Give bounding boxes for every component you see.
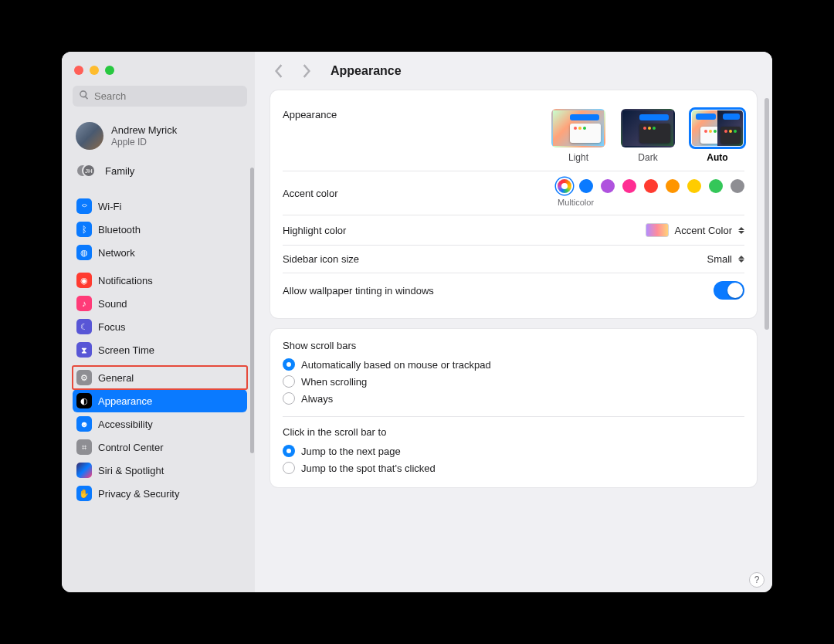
- sidebar: Andrew Myrick Apple ID JH Family ⌔ Wi-Fi…: [62, 52, 255, 592]
- accessibility-icon: ☻: [76, 416, 92, 432]
- sidebar-scrollbar[interactable]: [250, 168, 254, 453]
- window-controls: [73, 63, 247, 86]
- accent-swatch-multicolor[interactable]: [558, 179, 571, 193]
- sidebar-item-label: Accessibility: [98, 419, 153, 430]
- help-button[interactable]: ?: [749, 572, 764, 588]
- wallpaper-tint-toggle[interactable]: [714, 281, 744, 300]
- sidebar-size-dropdown[interactable]: Small: [707, 253, 744, 265]
- user-subtitle: Apple ID: [111, 137, 177, 147]
- scrollclick-option-jump-to-spot[interactable]: Jump to the spot that's clicked: [283, 459, 744, 476]
- appearance-option-auto[interactable]: Auto: [690, 109, 744, 163]
- accent-swatch-graphite[interactable]: [731, 179, 744, 193]
- sidebar-item-network[interactable]: ◍ Network: [73, 241, 247, 264]
- option-label: Jump to the spot that's clicked: [301, 463, 436, 474]
- wifi-icon: ⌔: [76, 198, 92, 214]
- bluetooth-icon: ᛒ: [76, 222, 92, 237]
- sidebar-item-appearance[interactable]: ◐ Appearance: [73, 389, 247, 412]
- sidebar-item-general[interactable]: ⚙ General: [73, 366, 247, 389]
- sound-icon: ♪: [76, 296, 92, 311]
- sidebar-item-control-center[interactable]: ⌗ Control Center: [73, 436, 247, 459]
- sidebar-item-label: Screen Time: [98, 344, 154, 356]
- accent-swatch-purple[interactable]: [601, 179, 615, 193]
- zoom-icon[interactable]: [105, 66, 114, 75]
- row-label: Allow wallpaper tinting in windows: [283, 285, 434, 297]
- row-label: Appearance: [283, 109, 337, 120]
- accent-swatch-pink[interactable]: [622, 179, 636, 193]
- apple-id-account[interactable]: Andrew Myrick Apple ID: [73, 117, 247, 154]
- sidebar-item-screentime[interactable]: ⧗ Screen Time: [73, 338, 247, 361]
- sidebar-item-label: Focus: [98, 321, 125, 333]
- search-field[interactable]: [73, 86, 247, 107]
- chevron-left-icon: [274, 64, 283, 78]
- sidebar-item-label: Notifications: [98, 275, 153, 286]
- option-caption: Light: [568, 152, 588, 163]
- scrollbar-option-always[interactable]: Always: [283, 390, 744, 407]
- scrollbar-option-auto[interactable]: Automatically based on mouse or trackpad: [283, 356, 744, 373]
- sidebar-item-label: Family: [105, 165, 134, 177]
- sidebar-item-accessibility[interactable]: ☻ Accessibility: [73, 412, 247, 436]
- chevron-right-icon: [302, 64, 311, 78]
- accent-swatch-red[interactable]: [644, 179, 658, 193]
- appearance-icon: ◐: [76, 393, 92, 408]
- accent-swatch-blue[interactable]: [579, 179, 593, 193]
- scrollbar-option-when-scrolling[interactable]: When scrolling: [283, 373, 744, 390]
- row-label: Sidebar icon size: [283, 253, 359, 265]
- gear-icon: ⚙: [76, 370, 92, 385]
- row-label: Accent color: [283, 188, 338, 199]
- sidebar-item-label: General: [98, 372, 134, 384]
- option-label: Automatically based on mouse or trackpad: [301, 359, 491, 371]
- hand-icon: ✋: [76, 486, 92, 501]
- updown-caret-icon: [738, 256, 744, 263]
- accent-swatch-yellow[interactable]: [687, 179, 701, 193]
- sidebar-item-sound[interactable]: ♪ Sound: [73, 292, 247, 315]
- appearance-option-dark[interactable]: Dark: [621, 109, 675, 163]
- sidebar-item-family[interactable]: JH Family: [73, 158, 247, 190]
- scrollbar-mode-group: Automatically based on mouse or trackpad…: [283, 356, 744, 407]
- sidebar-item-notifications[interactable]: ◉ Notifications: [73, 269, 247, 292]
- network-icon: ◍: [76, 245, 92, 260]
- radio-icon: [283, 462, 295, 474]
- content-header: Appearance: [270, 63, 757, 90]
- question-icon: ?: [754, 575, 760, 585]
- minimize-icon[interactable]: [90, 66, 99, 75]
- search-input[interactable]: [94, 90, 241, 102]
- system-settings-window: Andrew Myrick Apple ID JH Family ⌔ Wi-Fi…: [62, 52, 772, 592]
- light-thumbnail-icon: [551, 109, 605, 147]
- dropdown-value: Accent Color: [675, 225, 732, 236]
- forward-button[interactable]: [298, 63, 315, 80]
- option-label: Jump to the next page: [301, 446, 401, 457]
- dark-thumbnail-icon: [621, 109, 675, 147]
- sidebar-item-bluetooth[interactable]: ᛒ Bluetooth: [73, 218, 247, 241]
- sidebar-item-wifi[interactable]: ⌔ Wi-Fi: [73, 195, 247, 218]
- row-label: Highlight color: [283, 225, 346, 236]
- group-label: Show scroll bars: [283, 340, 744, 356]
- scrollclick-option-next-page[interactable]: Jump to the next page: [283, 442, 744, 459]
- back-button[interactable]: [270, 63, 287, 80]
- radio-icon: [283, 392, 295, 405]
- sidebar-item-privacy[interactable]: ✋ Privacy & Security: [73, 482, 247, 505]
- accent-color-row: Accent color Multicolor: [283, 171, 744, 215]
- sidebar-item-siri[interactable]: Siri & Spotlight: [73, 459, 247, 482]
- scroll-card: Show scroll bars Automatically based on …: [270, 329, 757, 487]
- content-scrollbar[interactable]: [764, 98, 769, 330]
- appearance-option-light[interactable]: Light: [551, 109, 605, 163]
- sidebar-item-label: Wi-Fi: [98, 201, 121, 212]
- close-icon[interactable]: [74, 66, 83, 75]
- accent-swatch-green[interactable]: [709, 179, 723, 193]
- sidebar-item-label: Siri & Spotlight: [98, 465, 164, 476]
- updown-caret-icon: [738, 227, 744, 234]
- option-label: Always: [301, 393, 333, 405]
- option-caption: Dark: [638, 152, 657, 163]
- accent-color-swatches: [558, 179, 744, 193]
- accent-swatch-orange[interactable]: [666, 179, 680, 193]
- siri-icon: [76, 463, 92, 478]
- option-label: When scrolling: [301, 376, 367, 388]
- appearance-card: Appearance Light Dark: [270, 90, 757, 318]
- highlight-color-dropdown[interactable]: Accent Color: [646, 223, 744, 237]
- sidebar-item-label: Network: [98, 247, 135, 259]
- sidebar-item-label: Privacy & Security: [98, 488, 179, 500]
- bell-icon: ◉: [76, 273, 92, 288]
- sidebar-item-focus[interactable]: ☾ Focus: [73, 315, 247, 338]
- option-caption: Auto: [707, 152, 727, 163]
- sidebar-item-label: Bluetooth: [98, 224, 141, 236]
